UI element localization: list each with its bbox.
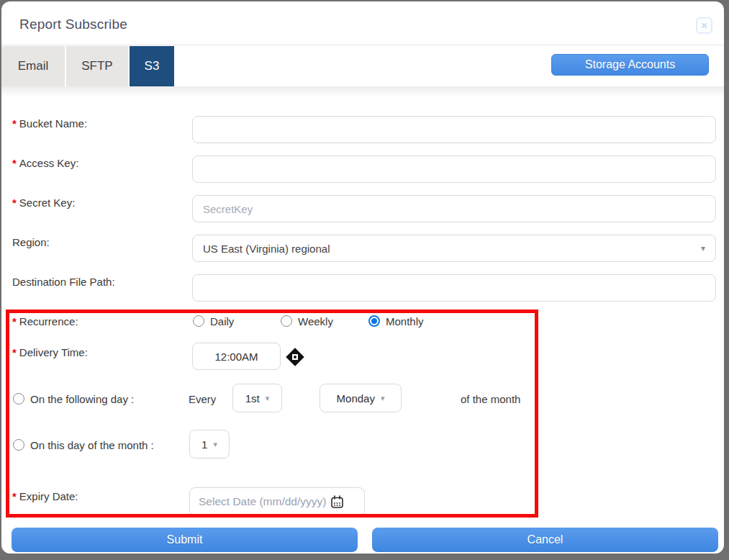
- following-day-prefix: Every: [189, 393, 216, 405]
- region-selected-value: US East (Virginia) regional: [203, 243, 330, 255]
- destination-file-path-input[interactable]: [192, 274, 716, 302]
- recurrence-label: *Recurrence:: [12, 315, 78, 328]
- chevron-down-icon: ▾: [381, 394, 385, 403]
- ordinal-dropdown[interactable]: 1st ▾: [232, 384, 282, 412]
- dialog-title: Report Subscribe: [19, 17, 127, 32]
- chevron-down-icon: ▾: [701, 243, 705, 253]
- header-divider: [1, 45, 724, 45]
- ordinal-selected-value: 1st: [245, 392, 260, 405]
- day-of-month-label[interactable]: On this day of the month :: [30, 439, 154, 451]
- report-subscribe-dialog: Report Subscribe ✕ Email SFTP S3 Storage…: [1, 1, 724, 554]
- day-of-month-dropdown[interactable]: 1 ▾: [189, 430, 230, 459]
- radio-monthly-label[interactable]: Monthly: [386, 315, 424, 328]
- required-marker: *: [12, 157, 17, 169]
- chevron-down-icon: ▾: [213, 440, 217, 449]
- tabbar-shadow: [1, 86, 724, 97]
- expiry-date-input[interactable]: Select Date (mm/dd/yyyy): [189, 487, 365, 516]
- radio-following-day[interactable]: [13, 393, 24, 405]
- required-marker: *: [12, 315, 17, 328]
- time-adjust-icon[interactable]: [286, 348, 304, 366]
- radio-day-of-month[interactable]: [13, 439, 24, 451]
- following-day-suffix: of the month: [461, 393, 520, 405]
- radio-daily[interactable]: [193, 315, 204, 327]
- weekday-dropdown[interactable]: Monday ▾: [320, 384, 402, 412]
- secret-key-label: *Secret Key:: [12, 197, 75, 209]
- tab-sftp[interactable]: SFTP: [66, 46, 128, 86]
- cancel-button[interactable]: Cancel: [372, 528, 718, 552]
- radio-daily-label[interactable]: Daily: [210, 315, 234, 328]
- tab-email[interactable]: Email: [1, 46, 65, 86]
- expiry-date-label: *Expiry Date:: [12, 490, 78, 502]
- chevron-down-icon: ▾: [266, 394, 270, 403]
- delivery-time-input[interactable]: 12:00AM: [192, 343, 281, 370]
- required-marker: *: [12, 346, 17, 358]
- delivery-time-label: *Delivery Time:: [12, 346, 88, 358]
- region-label: Region:: [12, 236, 50, 248]
- region-select[interactable]: US East (Virginia) regional ▾: [192, 235, 716, 262]
- storage-accounts-button[interactable]: Storage Accounts: [551, 54, 709, 76]
- required-marker: *: [12, 490, 17, 502]
- access-key-input[interactable]: [192, 155, 716, 183]
- bucket-name-label: *Bucket Name:: [12, 117, 87, 130]
- day-selected-value: 1: [202, 438, 207, 451]
- expiry-date-placeholder: Select Date (mm/dd/yyyy): [199, 495, 326, 508]
- bucket-name-input[interactable]: [192, 116, 716, 143]
- highlight-rectangle: [6, 310, 538, 518]
- required-marker: *: [12, 117, 17, 130]
- weekday-selected-value: Monday: [337, 392, 375, 405]
- calendar-icon[interactable]: [330, 495, 344, 509]
- secret-key-input[interactable]: [192, 195, 716, 222]
- tab-s3[interactable]: S3: [130, 46, 174, 86]
- following-day-label[interactable]: On the following day :: [30, 393, 134, 405]
- submit-button[interactable]: Submit: [12, 528, 358, 552]
- radio-weekly[interactable]: [281, 315, 292, 327]
- radio-monthly[interactable]: [368, 315, 380, 327]
- close-icon[interactable]: ✕: [696, 17, 712, 34]
- destination-file-path-label: Destination File Path:: [12, 276, 115, 288]
- radio-weekly-label[interactable]: Weekly: [298, 315, 333, 328]
- access-key-label: *Access Key:: [12, 157, 78, 169]
- required-marker: *: [12, 197, 17, 209]
